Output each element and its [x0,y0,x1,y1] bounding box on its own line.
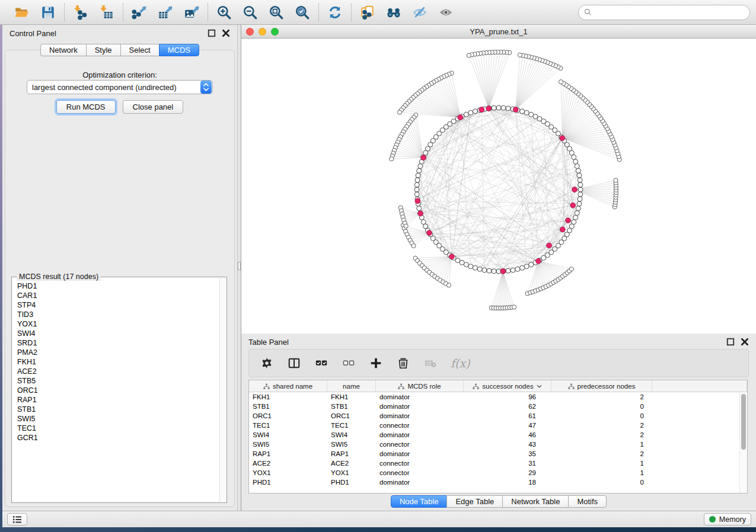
show-all-button[interactable] [437,4,455,21]
mcds-result-list[interactable]: PHD1CAR1STP4TID3YOX1SWI4SRD1PMA2FKH1ACE2… [12,278,219,502]
deselect-all-button[interactable] [342,356,356,370]
zoom-out-button[interactable] [241,4,259,21]
result-list-scrollbar[interactable] [219,278,226,502]
table-scrollbar-thumb[interactable] [741,394,746,450]
result-node-item[interactable]: TID3 [17,310,219,319]
network-node[interactable] [524,110,529,115]
result-node-item[interactable]: SWI4 [17,329,219,338]
network-node[interactable] [416,173,420,178]
zoom-selected-button[interactable] [294,4,311,21]
mcds-node[interactable] [572,187,578,193]
export-network-button[interactable] [130,4,148,21]
result-node-item[interactable]: STB1 [17,405,219,414]
network-node[interactable] [520,265,525,270]
network-node[interactable] [397,110,401,114]
network-node[interactable] [468,264,473,269]
network-node[interactable] [533,114,538,119]
network-node[interactable] [414,182,419,187]
network-node[interactable] [414,187,419,192]
table-row[interactable]: STB1STB1dominator620 [249,402,747,411]
table-row[interactable]: PHD1PHD1dominator180 [249,477,747,487]
tab-network[interactable]: Network [40,44,87,56]
column-header-shared-name[interactable]: shared name [249,380,327,392]
network-node[interactable] [511,268,515,273]
mcds-node[interactable] [479,107,484,113]
network-node[interactable] [576,206,580,211]
network-node[interactable] [614,178,618,182]
network-node[interactable] [576,168,580,173]
panel-splitter[interactable] [237,25,241,511]
delete-column-button[interactable] [396,356,410,370]
result-node-item[interactable]: RAP1 [17,395,219,405]
network-node[interactable] [506,106,511,111]
network-node[interactable] [487,268,492,273]
network-node[interactable] [572,155,576,159]
table-row[interactable]: TEC1TEC1connector472 [249,421,747,430]
float-icon[interactable] [726,338,735,346]
result-node-item[interactable]: STB5 [17,376,219,386]
clone-network-button[interactable] [359,4,377,21]
tab-mcds[interactable]: MCDS [159,44,199,56]
select-all-button[interactable] [314,356,328,370]
network-node[interactable] [417,168,422,173]
delete-table-button[interactable] [423,356,438,370]
network-node[interactable] [518,53,522,57]
column-header-successor-nodes[interactable]: successor nodes [464,380,551,392]
result-node-item[interactable]: ORC1 [17,386,219,395]
network-node[interactable] [575,164,579,168]
tab-select[interactable]: Select [120,44,160,56]
network-node[interactable] [515,267,520,271]
mcds-node[interactable] [486,106,492,111]
table-scrollbar[interactable] [739,393,747,493]
search-field[interactable] [578,5,750,20]
minimize-window-icon[interactable] [259,28,266,36]
result-node-item[interactable]: GCR1 [17,433,219,443]
network-node[interactable] [569,224,574,229]
network-node[interactable] [390,157,394,161]
network-node[interactable] [492,105,496,110]
network-node[interactable] [529,112,534,117]
export-table-button[interactable] [157,4,174,21]
table-row[interactable]: ACE2ACE2connector311 [249,459,747,468]
mcds-node[interactable] [500,268,506,274]
float-icon[interactable] [208,29,216,37]
column-header-predecessor-nodes[interactable]: predecessor nodes [551,380,652,392]
network-node[interactable] [575,211,579,216]
network-node[interactable] [559,80,563,84]
network-node[interactable] [421,220,426,225]
first-neighbors-button[interactable] [385,4,403,21]
mcds-node[interactable] [513,107,518,113]
result-node-item[interactable]: SWI5 [17,414,219,424]
search-input[interactable] [595,8,744,17]
function-button[interactable]: f(x) [451,356,470,370]
mcds-node[interactable] [536,258,541,264]
network-node[interactable] [573,215,578,220]
hide-selected-button[interactable] [411,4,429,21]
network-node[interactable] [578,192,583,197]
network-node[interactable] [467,53,471,57]
network-titlebar[interactable]: YPA_prune.txt_1 [241,25,756,39]
network-node[interactable] [464,112,468,117]
network-node[interactable] [520,109,525,114]
network-node[interactable] [578,197,582,201]
export-image-button[interactable] [183,4,200,21]
tab-node-table[interactable]: Node Table [391,495,448,508]
gear-button[interactable] [260,356,274,370]
network-node[interactable] [524,264,529,269]
network-node[interactable] [512,305,516,309]
network-node[interactable] [496,105,501,110]
network-node[interactable] [529,262,534,267]
network-node[interactable] [501,105,506,110]
tab-edge-table[interactable]: Edge Table [446,495,503,508]
network-node[interactable] [417,206,422,211]
network-node[interactable] [460,260,464,265]
network-node[interactable] [423,150,428,155]
result-node-item[interactable]: STP4 [17,300,219,310]
mcds-node[interactable] [458,115,463,120]
mcds-node[interactable] [418,211,423,216]
network-list-button[interactable] [7,513,27,525]
import-table-button[interactable] [98,4,116,21]
network-node[interactable] [492,269,496,274]
open-file-button[interactable] [13,4,31,21]
columns-button[interactable] [287,356,301,370]
